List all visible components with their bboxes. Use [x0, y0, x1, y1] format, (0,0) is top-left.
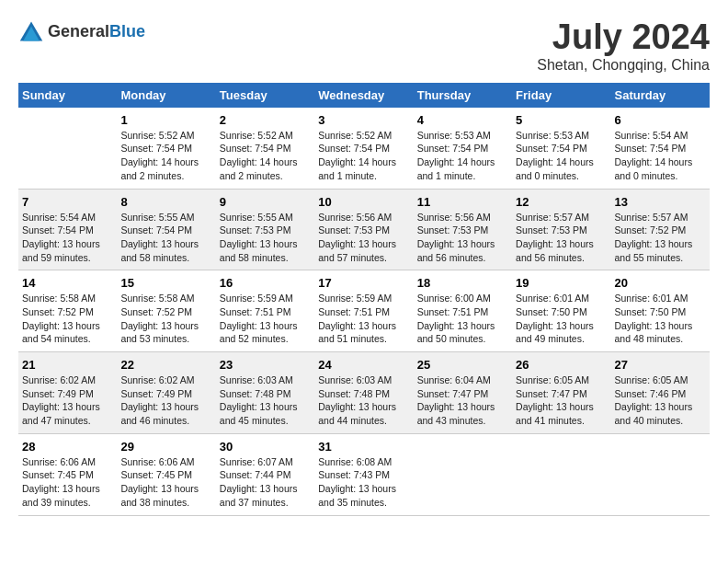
- calendar-cell: 9Sunrise: 5:55 AM Sunset: 7:53 PM Daylig…: [216, 189, 314, 270]
- day-info: Sunrise: 6:06 AM Sunset: 7:45 PM Dayligh…: [22, 455, 113, 510]
- day-number: 9: [220, 195, 311, 209]
- day-number: 15: [120, 276, 211, 290]
- calendar-cell: 18Sunrise: 6:00 AM Sunset: 7:51 PM Dayli…: [414, 270, 512, 352]
- column-header-sunday: Sunday: [18, 83, 117, 108]
- day-info: Sunrise: 5:52 AM Sunset: 7:54 PM Dayligh…: [120, 129, 211, 183]
- calendar-cell: 10Sunrise: 5:56 AM Sunset: 7:53 PM Dayli…: [314, 189, 413, 270]
- calendar-cell: 29Sunrise: 6:06 AM Sunset: 7:45 PM Dayli…: [117, 433, 215, 515]
- day-info: Sunrise: 6:01 AM Sunset: 7:50 PM Dayligh…: [516, 292, 607, 346]
- day-number: 7: [22, 195, 113, 209]
- day-number: 10: [318, 195, 409, 209]
- calendar-cell: 17Sunrise: 5:59 AM Sunset: 7:51 PM Dayli…: [314, 270, 413, 352]
- calendar-cell: 14Sunrise: 5:58 AM Sunset: 7:52 PM Dayli…: [18, 270, 117, 352]
- calendar-title: July 2024: [537, 18, 710, 57]
- calendar-cell: 6Sunrise: 5:54 AM Sunset: 7:54 PM Daylig…: [611, 108, 710, 189]
- page-header: GeneralBlue July 2024 Shetan, Chongqing,…: [18, 18, 710, 74]
- calendar-cell: [18, 108, 117, 189]
- day-info: Sunrise: 6:07 AM Sunset: 7:44 PM Dayligh…: [220, 455, 311, 510]
- calendar-cell: 26Sunrise: 6:05 AM Sunset: 7:47 PM Dayli…: [512, 352, 610, 434]
- calendar-cell: 20Sunrise: 6:01 AM Sunset: 7:50 PM Dayli…: [611, 270, 710, 352]
- day-number: 19: [516, 276, 607, 290]
- day-number: 13: [615, 195, 706, 209]
- day-info: Sunrise: 6:03 AM Sunset: 7:48 PM Dayligh…: [318, 373, 409, 428]
- calendar-cell: 5Sunrise: 5:53 AM Sunset: 7:54 PM Daylig…: [512, 108, 610, 189]
- calendar-cell: 12Sunrise: 5:57 AM Sunset: 7:53 PM Dayli…: [512, 189, 610, 270]
- calendar-cell: 24Sunrise: 6:03 AM Sunset: 7:48 PM Dayli…: [314, 352, 413, 434]
- calendar-cell: 4Sunrise: 5:53 AM Sunset: 7:54 PM Daylig…: [414, 108, 512, 189]
- day-info: Sunrise: 5:57 AM Sunset: 7:53 PM Dayligh…: [516, 211, 607, 265]
- day-number: 25: [417, 358, 508, 372]
- calendar-week-row: 7Sunrise: 5:54 AM Sunset: 7:54 PM Daylig…: [18, 189, 710, 270]
- calendar-cell: 25Sunrise: 6:04 AM Sunset: 7:47 PM Dayli…: [414, 352, 512, 434]
- day-number: 24: [318, 358, 409, 372]
- calendar-cell: 23Sunrise: 6:03 AM Sunset: 7:48 PM Dayli…: [216, 352, 314, 434]
- logo-icon: [18, 18, 44, 44]
- logo: GeneralBlue: [18, 18, 145, 44]
- day-info: Sunrise: 6:08 AM Sunset: 7:43 PM Dayligh…: [318, 455, 409, 510]
- day-info: Sunrise: 5:54 AM Sunset: 7:54 PM Dayligh…: [615, 129, 706, 183]
- day-number: 31: [318, 440, 409, 454]
- calendar-cell: 7Sunrise: 5:54 AM Sunset: 7:54 PM Daylig…: [18, 189, 117, 270]
- day-number: 27: [615, 358, 706, 372]
- calendar-cell: 11Sunrise: 5:56 AM Sunset: 7:53 PM Dayli…: [414, 189, 512, 270]
- day-info: Sunrise: 5:59 AM Sunset: 7:51 PM Dayligh…: [220, 292, 311, 346]
- calendar-header-row: SundayMondayTuesdayWednesdayThursdayFrid…: [18, 83, 710, 108]
- day-info: Sunrise: 6:05 AM Sunset: 7:47 PM Dayligh…: [516, 373, 607, 428]
- day-info: Sunrise: 5:54 AM Sunset: 7:54 PM Dayligh…: [22, 211, 113, 265]
- day-number: 6: [615, 113, 706, 127]
- day-info: Sunrise: 5:58 AM Sunset: 7:52 PM Dayligh…: [120, 292, 211, 346]
- calendar-cell: 1Sunrise: 5:52 AM Sunset: 7:54 PM Daylig…: [117, 108, 215, 189]
- column-header-friday: Friday: [512, 83, 610, 108]
- day-info: Sunrise: 5:58 AM Sunset: 7:52 PM Dayligh…: [22, 292, 113, 346]
- day-number: 28: [22, 440, 113, 454]
- day-number: 4: [417, 113, 508, 127]
- column-header-monday: Monday: [117, 83, 215, 108]
- calendar-table: SundayMondayTuesdayWednesdayThursdayFrid…: [18, 83, 710, 516]
- calendar-cell: 2Sunrise: 5:52 AM Sunset: 7:54 PM Daylig…: [216, 108, 314, 189]
- day-info: Sunrise: 5:57 AM Sunset: 7:52 PM Dayligh…: [615, 211, 706, 265]
- calendar-cell: 30Sunrise: 6:07 AM Sunset: 7:44 PM Dayli…: [216, 433, 314, 515]
- day-info: Sunrise: 5:56 AM Sunset: 7:53 PM Dayligh…: [417, 211, 508, 265]
- day-info: Sunrise: 6:02 AM Sunset: 7:49 PM Dayligh…: [120, 373, 211, 428]
- column-header-tuesday: Tuesday: [216, 83, 314, 108]
- calendar-cell: [512, 433, 610, 515]
- day-info: Sunrise: 5:52 AM Sunset: 7:54 PM Dayligh…: [220, 129, 311, 183]
- day-number: 21: [22, 358, 113, 372]
- day-info: Sunrise: 5:59 AM Sunset: 7:51 PM Dayligh…: [318, 292, 409, 346]
- day-number: 29: [120, 440, 211, 454]
- day-info: Sunrise: 6:02 AM Sunset: 7:49 PM Dayligh…: [22, 373, 113, 428]
- day-info: Sunrise: 5:53 AM Sunset: 7:54 PM Dayligh…: [417, 129, 508, 183]
- calendar-week-row: 28Sunrise: 6:06 AM Sunset: 7:45 PM Dayli…: [18, 433, 710, 515]
- column-header-thursday: Thursday: [414, 83, 512, 108]
- calendar-location: Shetan, Chongqing, China: [537, 57, 710, 74]
- calendar-cell: 22Sunrise: 6:02 AM Sunset: 7:49 PM Dayli…: [117, 352, 215, 434]
- calendar-cell: [414, 433, 512, 515]
- day-info: Sunrise: 6:00 AM Sunset: 7:51 PM Dayligh…: [417, 292, 508, 346]
- day-number: 11: [417, 195, 508, 209]
- calendar-cell: 15Sunrise: 5:58 AM Sunset: 7:52 PM Dayli…: [117, 270, 215, 352]
- calendar-cell: 27Sunrise: 6:05 AM Sunset: 7:46 PM Dayli…: [611, 352, 710, 434]
- logo-text: GeneralBlue: [48, 22, 145, 41]
- column-header-saturday: Saturday: [611, 83, 710, 108]
- day-info: Sunrise: 6:04 AM Sunset: 7:47 PM Dayligh…: [417, 373, 508, 428]
- day-number: 20: [615, 276, 706, 290]
- title-block: July 2024 Shetan, Chongqing, China: [537, 18, 710, 74]
- calendar-cell: 3Sunrise: 5:52 AM Sunset: 7:54 PM Daylig…: [314, 108, 413, 189]
- calendar-cell: 8Sunrise: 5:55 AM Sunset: 7:54 PM Daylig…: [117, 189, 215, 270]
- calendar-cell: [611, 433, 710, 515]
- day-number: 26: [516, 358, 607, 372]
- calendar-cell: 28Sunrise: 6:06 AM Sunset: 7:45 PM Dayli…: [18, 433, 117, 515]
- calendar-cell: 13Sunrise: 5:57 AM Sunset: 7:52 PM Dayli…: [611, 189, 710, 270]
- calendar-week-row: 1Sunrise: 5:52 AM Sunset: 7:54 PM Daylig…: [18, 108, 710, 189]
- calendar-cell: 16Sunrise: 5:59 AM Sunset: 7:51 PM Dayli…: [216, 270, 314, 352]
- day-number: 22: [120, 358, 211, 372]
- day-info: Sunrise: 5:53 AM Sunset: 7:54 PM Dayligh…: [516, 129, 607, 183]
- day-info: Sunrise: 6:05 AM Sunset: 7:46 PM Dayligh…: [615, 373, 706, 428]
- day-info: Sunrise: 6:06 AM Sunset: 7:45 PM Dayligh…: [120, 455, 211, 510]
- day-number: 14: [22, 276, 113, 290]
- day-number: 17: [318, 276, 409, 290]
- day-number: 5: [516, 113, 607, 127]
- day-number: 23: [220, 358, 311, 372]
- day-number: 2: [220, 113, 311, 127]
- day-info: Sunrise: 5:55 AM Sunset: 7:54 PM Dayligh…: [120, 211, 211, 265]
